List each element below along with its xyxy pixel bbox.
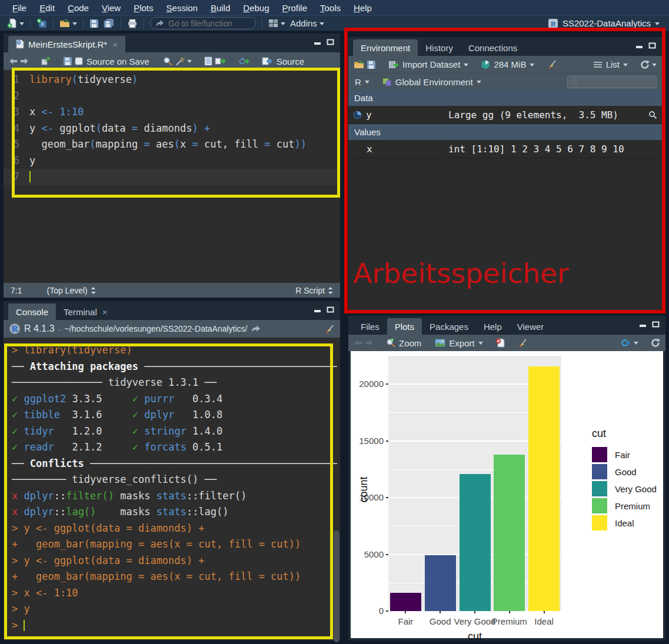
source-on-save-checkbox[interactable] (75, 57, 83, 65)
save-workspace-icon[interactable] (367, 60, 376, 69)
plots-tab-help[interactable]: Help (476, 318, 510, 335)
new-file-button[interactable] (5, 16, 26, 31)
plots-tab-plots[interactable]: Plots (387, 318, 422, 335)
source-icon[interactable] (262, 57, 273, 65)
close-icon[interactable]: × (112, 39, 118, 49)
back-icon[interactable] (9, 58, 18, 65)
console-line: ─────────────── tidyverse 1.3.1 ── (12, 375, 340, 391)
maximize-icon[interactable] (652, 321, 660, 328)
text-segment: Attaching packages (30, 361, 144, 372)
close-icon[interactable]: × (102, 307, 108, 317)
export-plot-icon[interactable] (435, 339, 445, 347)
menu-file[interactable]: File (6, 3, 33, 13)
list-view-icon (593, 61, 603, 68)
plots-tab-viewer[interactable]: Viewer (510, 318, 552, 335)
menu-help[interactable]: Help (347, 3, 378, 13)
forward-icon[interactable] (20, 58, 29, 65)
svg-text:R: R (12, 325, 18, 333)
project-selector[interactable]: R SS2022-DataAnalytics (548, 18, 664, 29)
zoom-plot-icon[interactable] (386, 338, 395, 348)
code-line: 7 (4, 169, 340, 185)
environment-object-row[interactable]: yLarge gg (9 elements, 3.5 MB) (348, 106, 662, 124)
remove-plot-icon[interactable] (495, 338, 505, 348)
environment-tab-environment[interactable]: Environment (353, 39, 418, 56)
text-segment: fill (234, 138, 264, 150)
export-button[interactable]: Export (449, 338, 474, 348)
console-tab-terminal[interactable]: Terminal× (56, 303, 115, 320)
clear-console-icon[interactable] (324, 324, 335, 334)
compile-report-icon[interactable] (204, 56, 212, 66)
maximize-icon[interactable] (327, 39, 334, 45)
memory-usage[interactable]: 284 MiB (494, 59, 526, 69)
menu-code[interactable]: Code (61, 3, 95, 13)
menu-profile[interactable]: Profile (276, 3, 314, 13)
menu-edit[interactable]: Edit (33, 3, 61, 13)
menu-session[interactable]: Session (160, 3, 204, 13)
menu-debug[interactable]: Debug (237, 3, 275, 13)
plots-tab-packages[interactable]: Packages (422, 318, 476, 335)
console-scrollbar[interactable] (334, 530, 340, 642)
spinner-icon (91, 286, 96, 295)
import-dataset-icon[interactable] (388, 61, 399, 69)
list-view-button[interactable]: List (606, 59, 620, 69)
open-new-window-icon[interactable] (41, 57, 51, 65)
save-button[interactable] (87, 16, 101, 31)
previous-plot-icon[interactable] (354, 339, 362, 346)
code-tools-icon[interactable] (175, 56, 185, 66)
minimize-icon[interactable] (639, 321, 647, 328)
code-editor[interactable]: 1library(tidyverse)23x <- 1:104y <- ggpl… (4, 70, 340, 283)
source-on-save-label: Source on Save (86, 56, 149, 66)
menu-view[interactable]: View (95, 3, 127, 13)
text-segment: 1:10 (59, 106, 84, 118)
goto-directory-icon[interactable] (251, 325, 261, 332)
minimize-icon[interactable] (314, 39, 321, 45)
save-all-button[interactable] (101, 16, 117, 31)
refresh-icon[interactable] (640, 60, 650, 69)
maximize-icon[interactable] (327, 306, 334, 313)
text-segment: 0.3.4 (174, 393, 222, 405)
clear-objects-icon[interactable] (547, 59, 557, 69)
r-logo-icon: R (9, 323, 21, 335)
zoom-button[interactable]: Zoom (399, 338, 421, 348)
environment-tab-history[interactable]: History (418, 39, 461, 56)
environment-object-row[interactable]: xint [1:10] 1 2 3 4 5 6 7 8 9 10 (348, 140, 662, 158)
legend-key (592, 498, 607, 513)
text-segment: ( (72, 74, 78, 85)
text-segment: + geom_bar(mapping = aes(x = cut, fill =… (12, 570, 301, 582)
maximize-icon[interactable] (648, 42, 656, 49)
environment-scope-selector[interactable]: Global Environment (395, 77, 473, 87)
pane-layout-button[interactable] (266, 16, 288, 31)
tab-script[interactable]: R MeinErstesSkript.R* × (8, 36, 125, 52)
inspect-object-icon[interactable] (648, 111, 657, 119)
clear-plots-icon[interactable] (517, 338, 528, 348)
console-tab-console[interactable]: Console (8, 303, 56, 320)
minimize-icon[interactable] (314, 306, 321, 313)
file-type-selector[interactable]: R Script (295, 286, 333, 295)
scope-selector[interactable]: (Top Level) (46, 286, 95, 295)
menu-tools[interactable]: Tools (314, 3, 347, 13)
find-replace-icon[interactable] (163, 56, 172, 66)
open-file-button[interactable] (57, 16, 79, 31)
console-output[interactable]: > library(tidyverse)── Attaching package… (4, 338, 340, 640)
environment-search-input[interactable] (567, 76, 657, 88)
menu-plots[interactable]: Plots (127, 3, 159, 13)
menu-build[interactable]: Build (204, 3, 237, 13)
refresh-plot-icon[interactable] (651, 338, 660, 348)
run-icon[interactable] (215, 57, 226, 65)
environment-tab-connections[interactable]: Connections (461, 39, 525, 56)
save-icon[interactable] (63, 56, 72, 66)
new-project-button[interactable]: R (34, 16, 49, 31)
addins-button[interactable]: Addins (288, 16, 327, 31)
language-selector[interactable]: R (355, 77, 361, 87)
text-segment: x (12, 506, 24, 518)
rerun-icon[interactable] (238, 57, 249, 65)
goto-file-input[interactable] (150, 17, 256, 29)
plots-tab-files[interactable]: Files (353, 318, 387, 335)
load-workspace-icon[interactable] (354, 60, 364, 69)
import-dataset-button[interactable]: Import Dataset (402, 59, 460, 69)
print-button[interactable] (125, 16, 140, 31)
publish-icon[interactable] (621, 339, 631, 347)
minimize-icon[interactable] (635, 42, 643, 49)
next-plot-icon[interactable] (365, 339, 374, 346)
source-button[interactable]: Source (277, 56, 305, 66)
